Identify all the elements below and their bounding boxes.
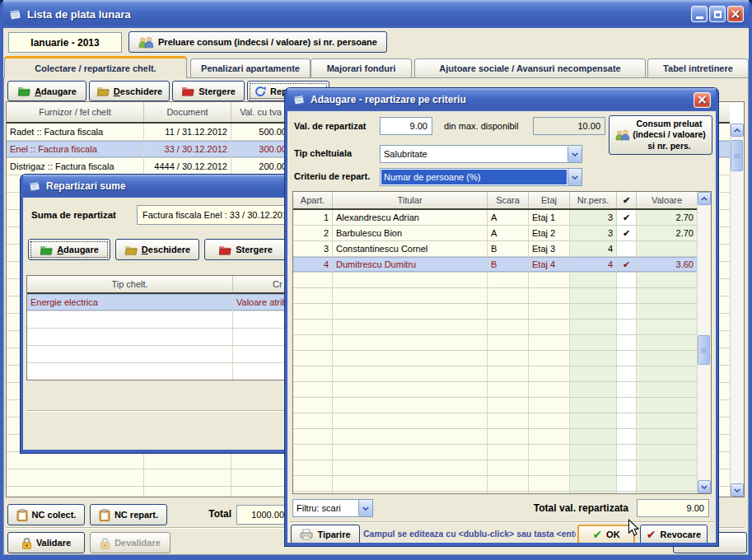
max-disponibil-value: 10.00 xyxy=(577,121,600,131)
scroll-up-button[interactable] xyxy=(731,124,744,137)
rep-deschidere-button[interactable]: Deschidere xyxy=(115,239,199,260)
main-window-titlebar[interactable]: Lista de plata lunara × xyxy=(3,0,749,28)
empty-cell xyxy=(570,351,617,366)
folder-delete-icon xyxy=(181,86,194,96)
stergere-button[interactable]: Stergere xyxy=(172,81,245,101)
empty-cell xyxy=(333,413,488,428)
nc-colect-button[interactable]: NC colect. xyxy=(7,504,85,525)
dialog-close-button[interactable]: × xyxy=(694,92,711,108)
maximize-button[interactable] xyxy=(709,6,726,22)
scrollbar-track[interactable] xyxy=(698,205,711,480)
filtru-scari-select[interactable]: Filtru: scari xyxy=(292,499,373,517)
preluare-consum-label: Preluare consum (indecsi / valoare) si n… xyxy=(158,37,377,47)
empty-row xyxy=(293,460,697,476)
ok-button[interactable]: ✔ OK xyxy=(577,525,635,543)
minimize-button[interactable] xyxy=(691,6,708,22)
apartament-row[interactable]: 3 Constantinescu Cornel B Etaj 3 4 xyxy=(293,241,697,257)
tab-ajutoare[interactable]: Ajutoare sociale / Avansuri necompensate xyxy=(414,58,646,77)
close-button[interactable]: × xyxy=(727,6,744,22)
empty-cell xyxy=(293,476,333,491)
main-table-scrollbar[interactable] xyxy=(730,124,744,497)
tab-tabel-intretinere[interactable]: Tabel intretinere xyxy=(647,58,749,77)
empty-cell xyxy=(570,413,617,428)
column-header-valoare: Valoare xyxy=(637,192,697,208)
cell-apart: 4 xyxy=(293,257,333,272)
cell-check-icon[interactable] xyxy=(617,241,637,256)
empty-cell xyxy=(570,398,617,413)
cell-nrpers: 4 xyxy=(570,241,617,256)
rep-adaugare-button[interactable]: Adaugare xyxy=(28,239,110,260)
cell-valoare[interactable] xyxy=(637,241,697,256)
apartament-row[interactable]: 1 Alexandrescu Adrian A Etaj 1 3 ✔ 2.70 xyxy=(293,210,697,226)
criteriu-value: Numar de persoane (%) xyxy=(381,170,567,184)
tab-label: Majorari fonduri xyxy=(327,63,396,73)
month-field[interactable]: Ianuarie - 2013 xyxy=(8,32,122,53)
tab-colectare-repartizare[interactable]: Colectare / repartizare chelt. xyxy=(4,56,187,78)
empty-cell xyxy=(529,413,570,428)
rep-stergere-button[interactable]: Stergere xyxy=(204,239,287,260)
tab-penalizari[interactable]: Penalizari apartamente xyxy=(190,58,311,77)
apartament-row-selected[interactable]: 4 Dumitrescu Dumitru B Etaj 4 4 ✔ 3.60 xyxy=(293,257,697,273)
cell-check-icon[interactable]: ✔ xyxy=(617,210,637,225)
criteriu-select[interactable]: Numar de persoane (%) xyxy=(380,168,582,186)
empty-row xyxy=(293,288,697,304)
cell-furnizor: Radet :: Factura fiscala xyxy=(7,124,144,140)
deschidere-button[interactable]: Deschidere xyxy=(89,81,170,101)
dropdown-arrow-icon[interactable] xyxy=(568,146,582,162)
cell-titular: Constantinescu Cornel xyxy=(333,241,488,256)
empty-cell xyxy=(570,476,617,491)
consum-preluat-button[interactable]: Consum preluat (indecsi / valoare) si nr… xyxy=(609,115,712,155)
dropdown-arrow-icon[interactable] xyxy=(568,169,582,185)
preluare-consum-button[interactable]: Preluare consum (indecsi / valoare) si n… xyxy=(128,31,387,53)
cell-valoare[interactable]: 3.60 xyxy=(637,257,697,272)
scrollbar-thumb[interactable] xyxy=(731,140,743,171)
scroll-up-button[interactable] xyxy=(698,192,711,205)
nc-repart-button[interactable]: NC repart. xyxy=(90,504,167,525)
tiparire-button[interactable]: Tiparire xyxy=(291,525,360,543)
empty-cell xyxy=(488,476,529,491)
cell-valoare[interactable]: 2.70 xyxy=(637,210,697,225)
dialog-table-scrollbar[interactable] xyxy=(697,192,711,493)
revocare-check-icon: ✔ xyxy=(647,529,656,540)
empty-row xyxy=(293,273,697,288)
empty-cell xyxy=(637,460,697,475)
empty-cell xyxy=(27,363,233,380)
scroll-down-button[interactable] xyxy=(731,483,744,497)
cell-apart: 2 xyxy=(293,226,333,240)
tip-cheltuiala-value: Salubritate xyxy=(381,149,568,159)
cell-check-icon[interactable]: ✔ xyxy=(617,226,637,240)
empty-cell xyxy=(488,288,529,303)
validare-button[interactable]: Validare xyxy=(7,532,85,553)
val-repartizat-label: Val. de repartizat xyxy=(294,121,366,131)
cell-document: 11 / 31.12.2012 xyxy=(144,124,231,140)
folder-add-icon xyxy=(40,245,53,255)
adaugare-button[interactable]: Adaugare xyxy=(7,81,86,101)
cell-scara: A xyxy=(488,226,529,240)
empty-cell xyxy=(529,429,570,444)
tab-majorari[interactable]: Majorari fonduri xyxy=(311,58,412,77)
cell-check-icon[interactable]: ✔ xyxy=(617,257,637,272)
empty-cell xyxy=(570,304,617,319)
empty-cell xyxy=(293,398,333,413)
empty-cell xyxy=(529,492,570,494)
dialog-titlebar[interactable]: Adaugare - repartizare pe criteriu × xyxy=(287,88,716,111)
dialog-title: Adaugare - repartizare pe criteriu xyxy=(311,94,466,105)
empty-cell xyxy=(637,492,697,494)
empty-cell xyxy=(529,476,570,491)
cell-valoare[interactable]: 2.70 xyxy=(637,226,697,240)
scrollbar-thumb[interactable] xyxy=(698,335,710,365)
tab-label: Colectare / repartizare chelt. xyxy=(35,63,156,73)
empty-cell xyxy=(637,304,697,319)
val-repartizat-input[interactable]: 9.00 xyxy=(380,117,432,135)
empty-cell xyxy=(570,366,617,381)
dropdown-arrow-icon[interactable] xyxy=(358,500,372,516)
cell-valoare: 300.00 xyxy=(231,141,291,157)
empty-cell xyxy=(7,487,144,497)
empty-cell xyxy=(570,429,617,444)
tip-cheltuiala-select[interactable]: Salubritate xyxy=(380,145,582,163)
apartament-row[interactable]: 2 Barbulescu Bion A Etaj 2 3 ✔ 2.70 xyxy=(293,226,697,241)
empty-cell xyxy=(617,320,637,334)
scroll-down-button[interactable] xyxy=(698,480,711,493)
scrollbar-track[interactable] xyxy=(731,137,744,483)
revocare-button[interactable]: ✔ Revocare xyxy=(640,525,708,543)
